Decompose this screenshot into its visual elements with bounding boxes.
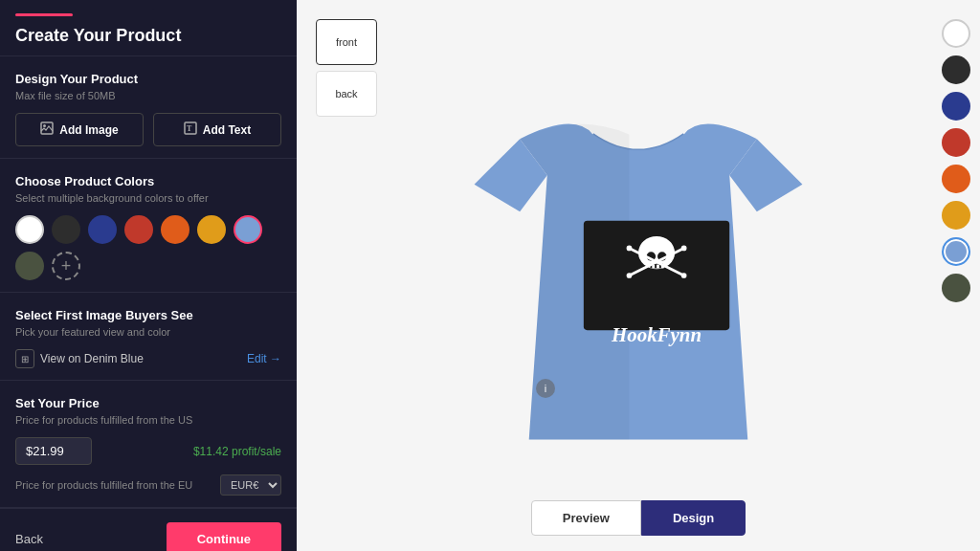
svg-point-14	[681, 273, 687, 278]
left-panel: Create Your Product Design Your Product …	[0, 0, 297, 551]
design-text: HookFynn	[611, 323, 702, 346]
svg-point-1	[43, 124, 46, 127]
featured-view: ⊞ View on Denim Blue	[15, 349, 144, 368]
swatch-orange[interactable]	[161, 215, 189, 244]
design-section: Design Your Product Max file size of 50M…	[0, 56, 297, 159]
price-section: Set Your Price Price for products fulfil…	[0, 381, 297, 508]
continue-button[interactable]: Continue	[167, 522, 281, 551]
accent-bar	[15, 13, 73, 16]
colors-section: Choose Product Colors Select multiple ba…	[0, 159, 297, 293]
design-button[interactable]: Design	[641, 500, 746, 536]
tshirt-svg: HookFynn	[457, 84, 820, 467]
add-image-button[interactable]: Add Image	[15, 113, 144, 146]
profit-text: $11.42 profit/sale	[193, 445, 281, 458]
featured-view-icon: ⊞	[15, 349, 34, 368]
featured-row: ⊞ View on Denim Blue Edit →	[15, 349, 281, 368]
add-color-button[interactable]: +	[52, 252, 80, 280]
preview-button[interactable]: Preview	[531, 500, 641, 536]
color-swatches-row: +	[15, 215, 281, 280]
swatch-white[interactable]	[15, 215, 44, 244]
right-swatch-navy[interactable]	[942, 92, 970, 121]
right-swatch-orange[interactable]	[942, 165, 970, 193]
right-swatch-white[interactable]	[942, 19, 970, 48]
swatch-navy[interactable]	[88, 215, 117, 244]
eu-row: Price for products fulfilled from the EU…	[15, 474, 281, 496]
eu-label: Price for products fulfilled from the EU	[15, 479, 192, 491]
right-swatch-red[interactable]	[942, 128, 970, 157]
price-input[interactable]	[15, 437, 92, 465]
currency-select[interactable]: EUR€ USD$	[220, 474, 281, 496]
svg-point-13	[627, 273, 633, 278]
top-bar: Create Your Product	[0, 0, 297, 56]
svg-point-16	[681, 246, 687, 252]
design-title: Design Your Product	[15, 72, 281, 86]
featured-subtitle: Pick your featured view and color	[15, 326, 281, 338]
colors-title: Choose Product Colors	[15, 174, 281, 188]
price-title: Set Your Price	[15, 396, 281, 410]
svg-point-15	[627, 246, 633, 252]
back-button[interactable]: Back	[15, 532, 43, 546]
tshirt-container: HookFynn i	[316, 19, 961, 532]
right-panel: front back	[297, 0, 980, 551]
page-title: Create Your Product	[15, 26, 281, 46]
colors-subtitle: Select multiple background colors to off…	[15, 192, 281, 204]
image-icon	[40, 121, 54, 138]
text-icon: T	[184, 121, 197, 138]
info-icon[interactable]: i	[536, 379, 555, 398]
add-text-label: Add Text	[203, 123, 251, 137]
add-text-button[interactable]: T Add Text	[153, 113, 281, 146]
svg-text:T: T	[187, 124, 192, 133]
design-subtitle: Max file size of 50MB	[15, 90, 281, 101]
design-button-row: Add Image T Add Text	[15, 113, 281, 146]
right-swatch-denim[interactable]	[942, 237, 970, 266]
bottom-controls: Preview Design	[531, 500, 746, 536]
swatch-gold[interactable]	[197, 215, 226, 244]
bottom-buttons: Back Continue	[0, 508, 297, 551]
swatch-denim[interactable]	[234, 215, 262, 244]
right-swatch-black[interactable]	[942, 55, 970, 84]
right-swatch-gold[interactable]	[942, 201, 970, 230]
swatch-olive[interactable]	[15, 252, 44, 280]
featured-section: Select First Image Buyers See Pick your …	[0, 293, 297, 381]
featured-view-label: View on Denim Blue	[40, 352, 144, 365]
featured-title: Select First Image Buyers See	[15, 308, 281, 322]
add-image-label: Add Image	[59, 123, 118, 137]
price-row: $11.42 profit/sale	[15, 437, 281, 465]
edit-link[interactable]: Edit →	[247, 352, 281, 365]
right-swatch-olive[interactable]	[942, 274, 970, 302]
right-color-palette	[942, 19, 970, 302]
swatch-black[interactable]	[52, 215, 80, 244]
price-subtitle: Price for products fulfilled from the US	[15, 414, 281, 426]
svg-rect-9	[657, 265, 659, 269]
swatch-red[interactable]	[124, 215, 153, 244]
